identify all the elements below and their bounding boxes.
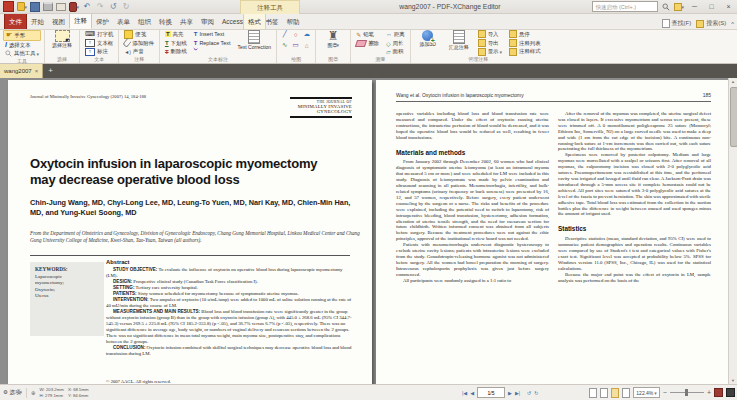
- launch-application-button[interactable]: ▾: [69, 2, 79, 12]
- cloud-tool-button[interactable]: ☁: [302, 30, 311, 38]
- highlight-button[interactable]: T高亮: [163, 30, 189, 39]
- previous-page-button[interactable]: ◀: [470, 390, 474, 396]
- maximize-button[interactable]: □: [705, 2, 718, 12]
- ui-options-button[interactable]: ▾: [674, 3, 684, 11]
- two-page-continuous-layout-button[interactable]: [622, 388, 630, 398]
- text-correction-button[interactable]: Text Correction: [236, 30, 274, 51]
- underline-button[interactable]: T下划线: [163, 39, 189, 48]
- scrollbar-thumb[interactable]: [730, 87, 737, 147]
- zoom-level-select[interactable]: 122.4% ▾: [633, 387, 659, 398]
- pdf-page-184: Journal of Minimally Invasive Gynecology…: [8, 80, 372, 384]
- polygon-tool-button[interactable]: ⌂: [302, 41, 311, 49]
- page-number-input[interactable]: [477, 387, 505, 398]
- rectangle-tool-button[interactable]: ▭: [291, 41, 300, 49]
- find-button[interactable]: 查找(F): [662, 19, 692, 28]
- group-draw: ╱ ○ ☁ ∿ ▭ ⌂ 绘图: [277, 29, 316, 63]
- zoom-in-button[interactable]: +: [707, 389, 711, 396]
- scroll-up-arrow[interactable]: ▲: [729, 78, 737, 86]
- comment-styles-button[interactable]: 注释样式: [507, 48, 543, 57]
- attach-file-button[interactable]: 添加附件: [122, 39, 156, 48]
- insert-text-button[interactable]: TInsert Text: [192, 30, 233, 39]
- tab-form[interactable]: 表单: [113, 14, 134, 29]
- text-box-button[interactable]: T文本框: [83, 39, 115, 48]
- quick-launch-input[interactable]: [592, 1, 658, 12]
- eraser-button[interactable]: 擦除: [354, 39, 381, 48]
- undo-button[interactable]: ↶: [82, 2, 92, 12]
- logo-line: GYNECOLOGY: [290, 109, 352, 114]
- strikeout-button[interactable]: T删除线: [163, 48, 189, 57]
- distance-button[interactable]: ↔距离: [384, 30, 407, 39]
- tab-view[interactable]: 视图: [48, 14, 69, 29]
- stamp-button[interactable]: ♜ 图章▾: [319, 30, 347, 49]
- select-comments-button[interactable]: 选择注释: [48, 30, 76, 49]
- sound-button[interactable]: ◄)声音: [122, 48, 156, 57]
- tab-convert[interactable]: 转换: [155, 14, 176, 29]
- two-page-layout-button[interactable]: [611, 388, 619, 398]
- next-view-button-status[interactable]: ↻: [534, 390, 538, 396]
- close-tab-icon[interactable]: ×: [35, 68, 39, 74]
- new-tab-button[interactable]: +: [43, 63, 58, 78]
- email-button[interactable]: [56, 2, 66, 12]
- hand-tool-button[interactable]: ☛手形: [3, 30, 41, 41]
- zoom-slider[interactable]: [670, 392, 704, 393]
- previous-view-button[interactable]: ↺: [108, 2, 118, 12]
- continuous-layout-button[interactable]: [600, 388, 608, 398]
- typewriter-button[interactable]: ⌨打字机: [83, 30, 115, 39]
- pencil-button[interactable]: ✎铅笔: [354, 30, 381, 39]
- search-button[interactable]: 搜索(S): [696, 19, 726, 28]
- vertical-scrollbar[interactable]: ▲ ▼: [728, 78, 737, 385]
- tab-comment[interactable]: 注释: [69, 12, 92, 29]
- tab-organize[interactable]: 组织: [134, 14, 155, 29]
- area-button[interactable]: ▱面积: [384, 48, 407, 57]
- redo-button[interactable]: ↷: [95, 2, 105, 12]
- ribbon-toolbar: ☛手形 I选择文本 其他工具▾ 工具 选择注释 选择 ⌨打字机 T文本框 T标注…: [0, 29, 737, 64]
- tab-help[interactable]: 帮助: [282, 14, 303, 29]
- tab-protect[interactable]: 保护: [92, 14, 113, 29]
- close-button[interactable]: ×: [722, 2, 735, 12]
- document-view[interactable]: Journal of Minimally Invasive Gynecology…: [0, 78, 737, 385]
- first-page-button[interactable]: |◀: [462, 390, 467, 396]
- search-icon[interactable]: [662, 3, 670, 11]
- zoom-out-button[interactable]: −: [663, 389, 667, 396]
- body-paragraph: From January 2002 through December 2002,…: [396, 159, 549, 242]
- other-tools-button[interactable]: 其他工具▾: [3, 50, 41, 59]
- status-badge-icon[interactable]: [714, 388, 723, 397]
- summarize-comments-button[interactable]: 汇总注释: [445, 30, 473, 51]
- open-button[interactable]: ▾: [17, 2, 27, 12]
- add-3d-button[interactable]: 添加3D: [414, 30, 442, 48]
- previous-view-button-status[interactable]: ↺: [527, 390, 531, 396]
- polyline-tool-button[interactable]: ∿: [280, 41, 289, 49]
- zoom-slider-thumb[interactable]: [685, 389, 688, 396]
- export-comments-button[interactable]: 导出: [476, 39, 504, 48]
- search-doc-icon: [696, 20, 704, 28]
- replace-text-button[interactable]: TReplace Text: [192, 39, 233, 48]
- perimeter-button[interactable]: ◇周长: [384, 39, 407, 48]
- pdf-page-185: Wang et al. Oxytocin infusion in laparos…: [376, 80, 729, 384]
- select-text-button[interactable]: I选择文本: [3, 41, 41, 50]
- import-comments-button[interactable]: 导入: [476, 30, 504, 39]
- line-tool-button[interactable]: ╱: [280, 30, 289, 38]
- hover-button[interactable]: 悬停: [507, 30, 543, 39]
- page-number: 185: [703, 93, 711, 98]
- fullscreen-icon[interactable]: [726, 388, 735, 397]
- options-button[interactable]: ⚙ 选项▾: [3, 389, 22, 396]
- next-page-button[interactable]: ▶: [508, 390, 512, 396]
- tab-share[interactable]: 共享: [176, 14, 197, 29]
- body-paragraph: Because the major end point was the effe…: [558, 272, 711, 284]
- tab-format[interactable]: 格式: [243, 13, 266, 29]
- next-view-icon: ↻: [123, 2, 130, 12]
- oval-tool-button[interactable]: ○: [291, 30, 300, 38]
- save-button[interactable]: [30, 2, 40, 12]
- tab-file[interactable]: 文件: [4, 13, 27, 29]
- minimize-button[interactable]: ─: [688, 2, 701, 12]
- print-button[interactable]: [43, 2, 53, 12]
- last-page-button[interactable]: ▶|: [515, 390, 520, 396]
- comment-list-button[interactable]: 注释列表: [507, 39, 543, 48]
- show-comments-button[interactable]: 显示▾: [476, 48, 504, 57]
- callout-button[interactable]: T标注: [83, 48, 115, 57]
- tab-home[interactable]: 开始: [27, 14, 48, 29]
- single-page-layout-button[interactable]: [589, 388, 597, 398]
- tab-review[interactable]: 审阅: [197, 14, 218, 29]
- collapse-ribbon-button[interactable]: ^: [731, 21, 734, 27]
- next-view-button[interactable]: ↻: [121, 2, 131, 12]
